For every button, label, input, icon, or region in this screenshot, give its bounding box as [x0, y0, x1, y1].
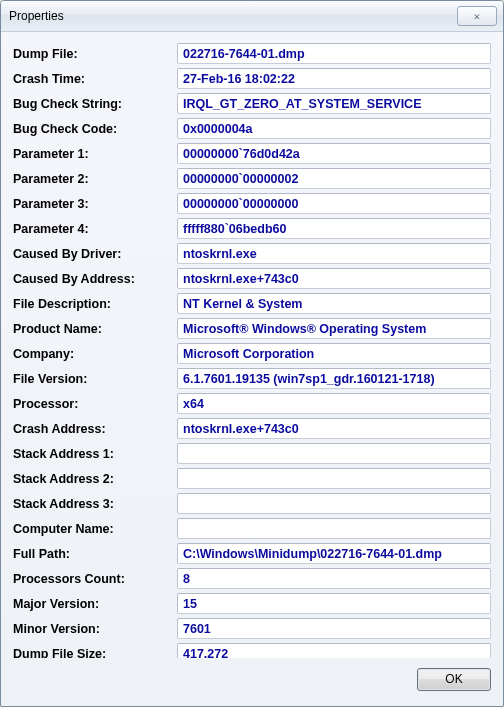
property-value-cell: [177, 468, 491, 489]
property-value-cell: NT Kernel & System: [177, 293, 491, 314]
property-value[interactable]: [177, 493, 491, 514]
property-row: Parameter 4:fffff880`06bedb60: [13, 217, 491, 240]
property-value-cell: 00000000`00000002: [177, 168, 491, 189]
property-value-cell: 00000000`00000000: [177, 193, 491, 214]
property-value[interactable]: [177, 518, 491, 539]
close-icon: ⨉: [474, 10, 481, 22]
property-label: Company:: [13, 347, 177, 361]
property-label: Computer Name:: [13, 522, 177, 536]
property-value-cell: 8: [177, 568, 491, 589]
property-label: Minor Version:: [13, 622, 177, 636]
property-row: Parameter 2:00000000`00000002: [13, 167, 491, 190]
property-label: Dump File:: [13, 47, 177, 61]
property-label: Parameter 1:: [13, 147, 177, 161]
property-value-cell: 15: [177, 593, 491, 614]
property-row: Processors Count:8: [13, 567, 491, 590]
property-row: Stack Address 1:: [13, 442, 491, 465]
property-row: Parameter 1:00000000`76d0d42a: [13, 142, 491, 165]
property-value[interactable]: x64: [177, 393, 491, 414]
property-value[interactable]: [177, 468, 491, 489]
property-row: File Version:6.1.7601.19135 (win7sp1_gdr…: [13, 367, 491, 390]
property-value-cell: 417,272: [177, 643, 491, 658]
property-row: Product Name:Microsoft® Windows® Operati…: [13, 317, 491, 340]
property-grid: Dump File:022716-7644-01.dmpCrash Time:2…: [13, 42, 491, 658]
property-label: Crash Time:: [13, 72, 177, 86]
property-label: Parameter 2:: [13, 172, 177, 186]
property-value[interactable]: 00000000`76d0d42a: [177, 143, 491, 164]
property-value-cell: [177, 443, 491, 464]
property-label: Caused By Driver:: [13, 247, 177, 261]
property-label: Processors Count:: [13, 572, 177, 586]
property-value[interactable]: 00000000`00000000: [177, 193, 491, 214]
property-label: Crash Address:: [13, 422, 177, 436]
property-row: Company:Microsoft Corporation: [13, 342, 491, 365]
footer: OK: [1, 658, 503, 706]
property-value-cell: [177, 518, 491, 539]
property-value-cell: x64: [177, 393, 491, 414]
property-value-cell: [177, 493, 491, 514]
property-value[interactable]: [177, 443, 491, 464]
property-label: Stack Address 2:: [13, 472, 177, 486]
property-value[interactable]: 7601: [177, 618, 491, 639]
property-value[interactable]: 6.1.7601.19135 (win7sp1_gdr.160121-1718): [177, 368, 491, 389]
property-value-cell: 6.1.7601.19135 (win7sp1_gdr.160121-1718): [177, 368, 491, 389]
property-row: Bug Check String:IRQL_GT_ZERO_AT_SYSTEM_…: [13, 92, 491, 115]
property-value[interactable]: 0x0000004a: [177, 118, 491, 139]
property-value[interactable]: 15: [177, 593, 491, 614]
property-row: Computer Name:: [13, 517, 491, 540]
property-value-cell: 7601: [177, 618, 491, 639]
property-row: Stack Address 2:: [13, 467, 491, 490]
ok-button[interactable]: OK: [417, 668, 491, 691]
property-row: Caused By Address:ntoskrnl.exe+743c0: [13, 267, 491, 290]
properties-dialog: Properties ⨉ Dump File:022716-7644-01.dm…: [0, 0, 504, 707]
property-value-cell: ntoskrnl.exe+743c0: [177, 418, 491, 439]
close-button[interactable]: ⨉: [457, 6, 497, 26]
property-value[interactable]: ntoskrnl.exe: [177, 243, 491, 264]
property-value-cell: ntoskrnl.exe: [177, 243, 491, 264]
property-label: Full Path:: [13, 547, 177, 561]
property-label: Parameter 3:: [13, 197, 177, 211]
property-value-cell: 0x0000004a: [177, 118, 491, 139]
property-label: File Version:: [13, 372, 177, 386]
property-value[interactable]: 417,272: [177, 643, 491, 658]
property-row: Crash Address:ntoskrnl.exe+743c0: [13, 417, 491, 440]
property-label: Processor:: [13, 397, 177, 411]
property-row: Dump File:022716-7644-01.dmp: [13, 42, 491, 65]
property-label: File Description:: [13, 297, 177, 311]
property-row: Full Path:C:\Windows\Minidump\022716-764…: [13, 542, 491, 565]
property-value[interactable]: ntoskrnl.exe+743c0: [177, 268, 491, 289]
property-value-cell: Microsoft Corporation: [177, 343, 491, 364]
property-value[interactable]: Microsoft Corporation: [177, 343, 491, 364]
property-label: Bug Check String:: [13, 97, 177, 111]
property-value[interactable]: fffff880`06bedb60: [177, 218, 491, 239]
property-value-cell: ntoskrnl.exe+743c0: [177, 268, 491, 289]
property-value-cell: 022716-7644-01.dmp: [177, 43, 491, 64]
property-value[interactable]: 022716-7644-01.dmp: [177, 43, 491, 64]
property-row: Stack Address 3:: [13, 492, 491, 515]
property-label: Stack Address 3:: [13, 497, 177, 511]
property-label: Caused By Address:: [13, 272, 177, 286]
property-label: Product Name:: [13, 322, 177, 336]
property-value-cell: 27-Feb-16 18:02:22: [177, 68, 491, 89]
content-panel: Dump File:022716-7644-01.dmpCrash Time:2…: [1, 32, 503, 658]
property-value[interactable]: IRQL_GT_ZERO_AT_SYSTEM_SERVICE: [177, 93, 491, 114]
property-label: Major Version:: [13, 597, 177, 611]
property-value[interactable]: NT Kernel & System: [177, 293, 491, 314]
property-value[interactable]: 8: [177, 568, 491, 589]
property-row: Minor Version:7601: [13, 617, 491, 640]
property-value[interactable]: C:\Windows\Minidump\022716-7644-01.dmp: [177, 543, 491, 564]
property-label: Stack Address 1:: [13, 447, 177, 461]
property-value-cell: IRQL_GT_ZERO_AT_SYSTEM_SERVICE: [177, 93, 491, 114]
property-row: File Description:NT Kernel & System: [13, 292, 491, 315]
property-value-cell: 00000000`76d0d42a: [177, 143, 491, 164]
property-row: Parameter 3:00000000`00000000: [13, 192, 491, 215]
property-value[interactable]: ntoskrnl.exe+743c0: [177, 418, 491, 439]
property-value[interactable]: Microsoft® Windows® Operating System: [177, 318, 491, 339]
property-label: Dump File Size:: [13, 647, 177, 659]
titlebar: Properties ⨉: [1, 1, 503, 32]
property-value[interactable]: 27-Feb-16 18:02:22: [177, 68, 491, 89]
property-label: Bug Check Code:: [13, 122, 177, 136]
window-title: Properties: [9, 9, 457, 23]
property-value[interactable]: 00000000`00000002: [177, 168, 491, 189]
property-value-cell: Microsoft® Windows® Operating System: [177, 318, 491, 339]
